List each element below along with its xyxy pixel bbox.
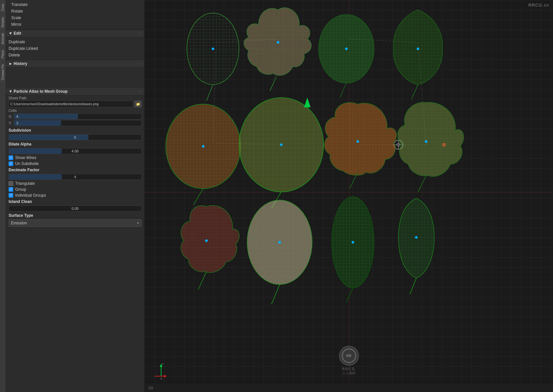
rrcg-logo: RR RRCG 人人素材 [339, 346, 359, 376]
mirror-item[interactable]: Mirror [9, 21, 142, 28]
status-bar: (1) [145, 383, 553, 392]
sheet-path-row: Sheet Path 📁 [6, 95, 144, 108]
svg-marker-53 [304, 98, 311, 108]
surface-type-label: Surface Type [6, 212, 144, 219]
check-icon-4: ✓ [10, 194, 12, 197]
cells-y-bar[interactable]: 3 [14, 120, 142, 126]
show-wires-row: ✓ Show Wires [6, 155, 144, 161]
svg-marker-57 [164, 375, 167, 377]
svg-point-18 [202, 145, 204, 148]
svg-point-46 [415, 236, 418, 239]
sheet-path-browse-button[interactable]: 📁 [134, 101, 142, 107]
edit-section: Duplicate Duplicate Linked Delete [6, 37, 144, 60]
individual-groups-checkbox[interactable]: ✓ [9, 193, 13, 198]
svg-point-39 [278, 241, 281, 244]
cells-x-bar[interactable]: 4 [14, 114, 142, 119]
island-clean-value: 0.00 [11, 207, 139, 211]
sidebar-tab-animati[interactable]: Animati [0, 31, 6, 47]
surface-type-dropdown[interactable]: Emission ▼ [9, 219, 142, 227]
cells-label: Cells [9, 109, 142, 113]
decimate-factor-bar[interactable]: 4 [9, 174, 142, 180]
edit-dots: ··· [139, 32, 142, 35]
rotate-item[interactable]: Rotate [9, 8, 142, 15]
svg-line-43 [346, 288, 353, 302]
left-panel: Translate Rotate Scale Mirror ▼ Edit ···… [6, 0, 145, 392]
transform-section: Translate Rotate Scale Mirror [6, 0, 144, 29]
subdivision-label: Subdivision [6, 127, 144, 134]
triangulate-checkbox[interactable] [9, 181, 13, 186]
sheet-path-input[interactable] [9, 101, 133, 107]
sidebar-tab-crea[interactable]: Crea [0, 1, 6, 14]
un-subdivide-checkbox[interactable]: ✓ [9, 161, 13, 166]
show-wires-label: Show Wires [15, 155, 36, 160]
sidebar-tab-physi[interactable]: Physi [0, 48, 6, 61]
svg-point-13 [417, 48, 419, 50]
individual-groups-label: Individual Groups [15, 193, 46, 198]
sidebar-tab-relatio[interactable]: Relatio [0, 15, 6, 30]
island-clean-bar[interactable]: 0.00 [9, 206, 142, 212]
surface-type-value: Emission [11, 221, 27, 225]
translate-item[interactable]: Translate [9, 1, 142, 8]
svg-point-6 [277, 41, 279, 44]
show-wires-checkbox[interactable]: ✓ [9, 155, 13, 160]
svg-point-4 [212, 48, 214, 50]
check-icon: ✓ [10, 156, 12, 159]
svg-point-23 [280, 144, 283, 146]
island-clean-label: Island Clean [6, 198, 144, 205]
rrcg-sub: 人人素材 [342, 371, 356, 376]
cells-x-row: X: 4 [9, 113, 142, 120]
un-subdivide-row: ✓ Un Subdivide [6, 161, 144, 167]
svg-text:Y: Y [162, 363, 164, 366]
svg-line-38 [271, 284, 280, 304]
cells-x-axis: X: [9, 114, 14, 118]
rrcg-circle: RR [339, 346, 359, 366]
sidebar-tabs: Crea Relatio Animati Physi Grease Pe [0, 0, 6, 392]
svg-line-33 [198, 272, 207, 289]
status-info: (1) [149, 386, 153, 390]
sheet-path-label: Sheet Path [9, 96, 142, 100]
decimate-factor-value: 4 [11, 175, 139, 179]
edit-section-header[interactable]: ▼ Edit ··· [6, 29, 144, 37]
subdivision-bar[interactable]: 6 [9, 134, 142, 140]
particle-title: ▼ Particle Atlas to Mesh Group [9, 89, 68, 94]
group-row: ✓ Group [6, 186, 144, 192]
decimate-factor-label: Decimate Factor [6, 167, 144, 173]
history-dots: ··· [139, 62, 142, 66]
svg-point-30 [357, 140, 359, 143]
svg-line-3 [206, 84, 213, 101]
group-checkbox[interactable]: ✓ [9, 187, 13, 192]
dropdown-arrow-icon: ▼ [137, 222, 139, 225]
cells-y-value: 3 [16, 121, 18, 125]
delete-item[interactable]: Delete [6, 52, 144, 58]
svg-point-32 [425, 140, 428, 143]
triangulate-row: Triangulate [6, 180, 144, 186]
dilate-alpha-label: Dilate Alpha [6, 141, 144, 147]
scale-item[interactable]: Scale [9, 15, 142, 21]
axis-indicator: X Y [151, 360, 171, 379]
duplicate-linked-item[interactable]: Duplicate Linked [6, 45, 144, 52]
subdivision-value: 6 [11, 135, 139, 139]
svg-text:X: X [160, 377, 162, 379]
cells-x-value: 4 [16, 114, 18, 118]
history-section-header[interactable]: ► History ··· [6, 60, 144, 68]
triangulate-label: Triangulate [15, 181, 35, 186]
sidebar-tab-grease[interactable]: Grease Pe [0, 62, 6, 83]
group-label: Group [15, 187, 26, 192]
svg-line-10 [340, 83, 346, 97]
svg-point-11 [345, 48, 348, 50]
individual-groups-row: ✓ Individual Groups [6, 192, 144, 198]
dilate-alpha-bar[interactable]: 4.00 [9, 148, 142, 154]
particle-dots: ··· [139, 90, 142, 93]
svg-line-45 [410, 278, 416, 294]
svg-point-34 [205, 239, 208, 242]
svg-point-44 [352, 241, 354, 244]
leaf-canvas [145, 0, 553, 377]
duplicate-item[interactable]: Duplicate [6, 39, 144, 45]
particle-section-header[interactable]: ▼ Particle Atlas to Mesh Group ··· [6, 87, 144, 95]
cells-y-axis: Y: [9, 121, 14, 125]
svg-line-17 [193, 189, 203, 205]
dilate-alpha-value: 4.00 [11, 149, 139, 153]
sheet-path-input-row: 📁 [9, 101, 142, 107]
viewport[interactable]: RRCG.cn [145, 0, 553, 392]
edit-title: ▼ Edit [9, 31, 21, 36]
